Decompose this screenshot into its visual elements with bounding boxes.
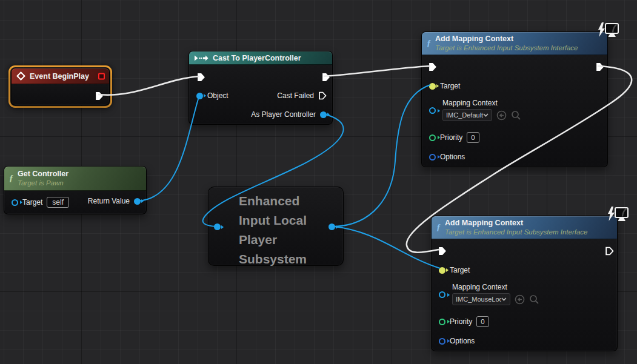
exec-in-pin[interactable] — [196, 73, 205, 82]
exec-out-pin[interactable] — [321, 73, 330, 82]
priority-input-pin[interactable] — [429, 134, 436, 141]
pin-label: Cast Failed — [277, 91, 314, 100]
pin-label: As Player Controller — [251, 110, 316, 119]
pin-label: Options — [440, 153, 465, 161]
target-device-badge — [595, 22, 619, 42]
target-device-badge — [605, 206, 629, 227]
pin-label: Priority — [450, 317, 472, 326]
self-value-box[interactable]: self — [47, 197, 69, 208]
function-icon: ƒ — [436, 223, 441, 232]
chevron-down-icon — [483, 113, 489, 117]
data-wire-subsystem-to-amc-bottom-target — [334, 227, 440, 268]
data-wire-subsystem-to-amc-top-target — [334, 85, 430, 227]
node-title: Get Controller — [18, 170, 68, 179]
pin-label: Mapping Context — [442, 99, 521, 107]
options-input-pin[interactable] — [439, 338, 445, 345]
node-subtitle: Target is Pawn — [18, 179, 68, 187]
return-value-output-pin[interactable] — [134, 198, 141, 205]
cast-icon — [194, 55, 208, 62]
node-title: Cast To PlayerController — [213, 54, 301, 62]
exec-in-pin[interactable] — [428, 62, 437, 71]
pin-label: Target — [22, 198, 42, 207]
pin-label: Target — [440, 82, 460, 90]
subsystem-output-pin[interactable] — [329, 223, 335, 230]
node-title: Enhanced Input Local Player Subsystem — [239, 191, 330, 269]
pin-label: Return Value — [88, 197, 130, 205]
lightning-icon — [608, 207, 615, 221]
delegate-pin[interactable] — [98, 73, 105, 79]
mapping-context-input-pin[interactable] — [439, 291, 445, 298]
target-input-pin[interactable] — [429, 83, 436, 90]
browse-asset-icon[interactable] — [511, 110, 521, 121]
node-add-mapping-context-top[interactable]: ƒ Add Mapping Context Target is Enhanced… — [421, 31, 608, 167]
priority-value-box[interactable]: 0 — [476, 316, 489, 327]
node-subtitle: Target is Enhanced Input Subsystem Inter… — [445, 228, 587, 236]
node-add-mapping-context-bottom[interactable]: ƒ Add Mapping Context Target is Enhanced… — [431, 216, 618, 351]
dropdown-value: IMC_MouseLoc — [456, 296, 501, 303]
options-input-pin[interactable] — [429, 154, 436, 160]
event-icon — [16, 71, 25, 81]
function-icon: ƒ — [9, 174, 13, 183]
lightning-icon — [598, 22, 605, 37]
exec-in-pin[interactable] — [438, 247, 447, 256]
target-input-pin[interactable] — [439, 267, 445, 274]
node-title: Add Mapping Context — [435, 35, 578, 44]
priority-input-pin[interactable] — [439, 319, 445, 325]
mapping-context-dropdown[interactable]: IMC_MouseLoc — [452, 293, 510, 305]
target-input-pin[interactable] — [12, 199, 18, 206]
node-event-beginplay[interactable]: Event BeginPlay — [8, 65, 112, 108]
chevron-down-icon — [501, 297, 507, 301]
node-cast-to-playercontroller[interactable]: Cast To PlayerController Object Cast Fai… — [188, 51, 333, 125]
as-player-controller-output-pin[interactable] — [320, 111, 327, 118]
pin-label: Priority — [440, 133, 462, 142]
exec-wire-cast-to-amc-top — [324, 66, 430, 76]
mapping-context-dropdown[interactable]: IMC_Default — [442, 109, 492, 121]
node-enhanced-input-subsystem[interactable]: Enhanced Input Local Player Subsystem — [208, 187, 344, 266]
exec-wire-beginplay-to-cast — [98, 76, 199, 95]
node-title: Event BeginPlay — [30, 72, 89, 81]
node-title: Add Mapping Context — [445, 219, 587, 228]
dropdown-value: IMC_Default — [446, 111, 483, 119]
pin-label: Object — [207, 91, 228, 100]
pin-label: Mapping Context — [452, 283, 539, 291]
exec-out-pin[interactable] — [595, 62, 604, 71]
blueprint-editor: { "canvas": { "width": 1051, "height": 6… — [0, 0, 637, 364]
priority-value-box[interactable]: 0 — [467, 132, 479, 143]
mapping-context-input-pin[interactable] — [429, 107, 436, 114]
pin-label: Options — [450, 337, 475, 345]
exec-out-pin[interactable] — [95, 91, 104, 101]
exec-out-pin[interactable] — [605, 247, 614, 256]
browse-asset-icon[interactable] — [529, 294, 539, 305]
node-get-controller[interactable]: ƒ Get Controller Target is Pawn Target s… — [4, 166, 147, 214]
use-selected-asset-icon[interactable] — [496, 110, 507, 121]
object-input-pin[interactable] — [196, 93, 203, 99]
pin-label: Target — [450, 266, 470, 274]
cast-failed-exec-pin[interactable] — [318, 91, 327, 100]
blueprint-canvas[interactable]: Event BeginPlay Cast To PlayerController — [0, 0, 637, 364]
function-icon: ƒ — [427, 39, 431, 48]
use-selected-asset-icon[interactable] — [515, 294, 525, 305]
node-subtitle: Target is Enhanced Input Subsystem Inter… — [435, 44, 578, 52]
subsystem-input-pin[interactable] — [214, 223, 221, 230]
